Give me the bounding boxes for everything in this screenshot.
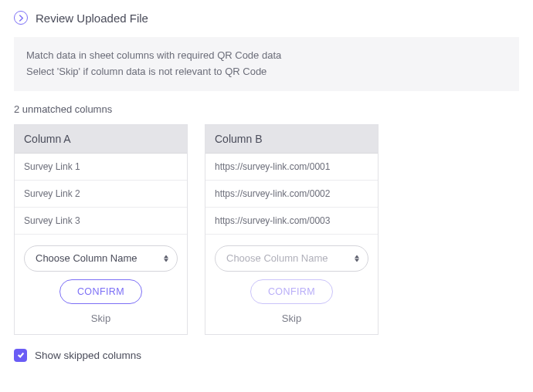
column-card-a: Column A Survey Link 1 Survey Link 2 Sur… [14, 124, 188, 335]
show-skipped-row: Show skipped columns [14, 349, 519, 362]
section-title: Review Uploaded File [36, 12, 148, 25]
skip-link[interactable]: Skip [282, 312, 301, 325]
columns-wrap: Column A Survey Link 1 Survey Link 2 Sur… [14, 124, 519, 335]
confirm-button[interactable]: CONFIRM [250, 279, 333, 304]
column-actions: Choose Column Name CONFIRM Skip [205, 235, 378, 334]
column-row: https://survey-link.com/0002 [205, 181, 378, 208]
column-row: https://survey-link.com/0003 [205, 208, 378, 235]
column-header: Column A [15, 125, 187, 154]
column-card-b: Column B https://survey-link.com/0001 ht… [205, 124, 379, 335]
column-header: Column B [205, 125, 378, 154]
column-row: Survey Link 1 [15, 154, 187, 181]
column-select-wrap: Choose Column Name [215, 245, 368, 272]
confirm-button[interactable]: CONFIRM [59, 279, 142, 304]
show-skipped-label: Show skipped columns [35, 350, 141, 361]
section-header: Review Uploaded File [14, 11, 519, 25]
info-line-2: Select 'Skip' if column data is not rele… [26, 64, 507, 80]
column-name-select[interactable]: Choose Column Name [215, 245, 368, 272]
show-skipped-checkbox[interactable] [14, 349, 27, 362]
info-line-1: Match data in sheet columns with require… [26, 48, 507, 64]
info-box: Match data in sheet columns with require… [14, 37, 519, 91]
unmatched-status: 2 unmatched columns [14, 103, 519, 115]
column-actions: Choose Column Name CONFIRM Skip [15, 235, 187, 334]
column-name-select[interactable]: Choose Column Name [24, 245, 178, 272]
column-row: https://survey-link.com/0001 [205, 154, 378, 181]
column-row: Survey Link 2 [15, 181, 187, 208]
skip-link[interactable]: Skip [91, 312, 110, 325]
expand-icon[interactable] [14, 11, 28, 25]
column-row: Survey Link 3 [15, 208, 187, 235]
column-select-wrap: Choose Column Name [24, 245, 178, 272]
